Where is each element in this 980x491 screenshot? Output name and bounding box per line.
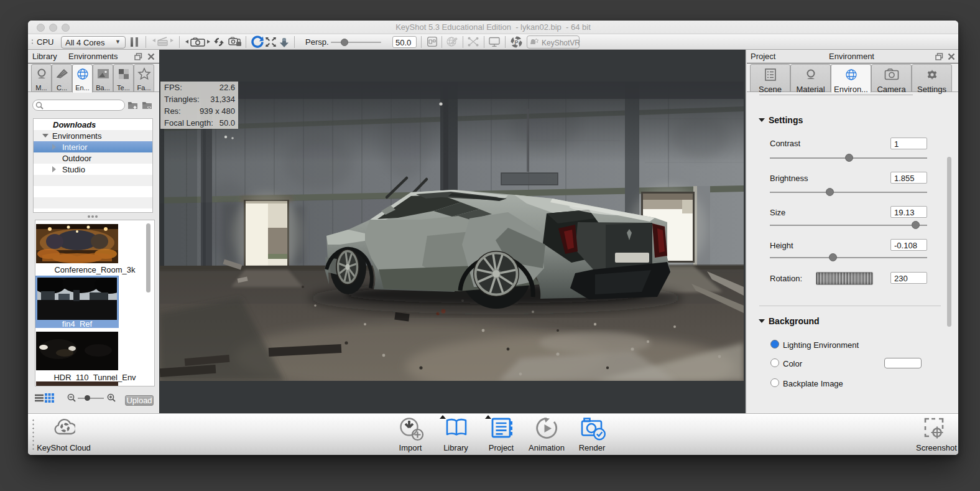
svg-text:P: P: [514, 39, 518, 45]
